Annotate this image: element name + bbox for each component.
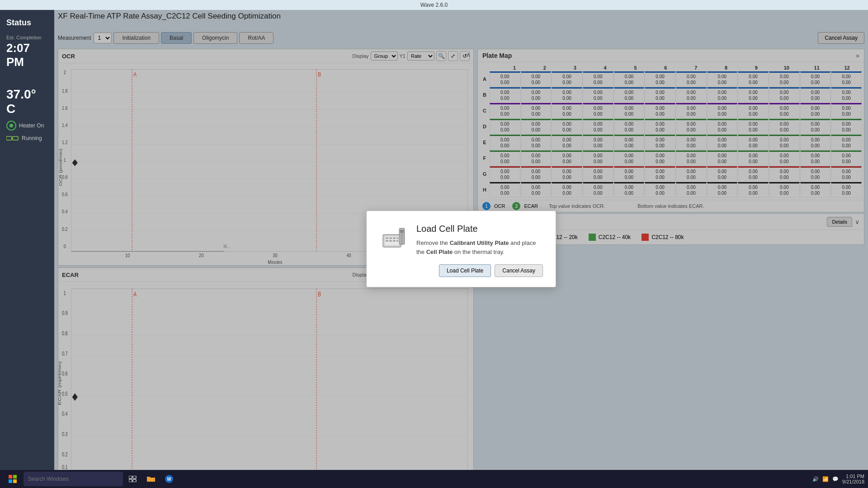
taskbar-search-input[interactable] [24, 472, 123, 486]
svg-rect-78 [389, 240, 392, 242]
modal-content: Load Cell Plate Remove the Calibrant Uti… [379, 224, 543, 256]
modal-load-cell-plate-btn[interactable]: Load Cell Plate [439, 264, 491, 277]
svg-rect-74 [389, 237, 392, 239]
taskbar-right-area: 🔊 📶 💬 1:01 PM 9/21/2018 [812, 474, 864, 484]
app-version: Wave 2.6.0 [420, 2, 448, 8]
svg-rect-85 [13, 475, 17, 479]
modal-text-area: Load Cell Plate Remove the Calibrant Uti… [416, 224, 543, 256]
taskbar: W 🔊 📶 💬 1:01 PM 9/21/2018 [0, 470, 868, 488]
taskbar-time-display: 1:01 PM 9/21/2018 [842, 474, 864, 484]
start-button[interactable] [4, 470, 22, 488]
task-view-btn[interactable] [125, 471, 141, 487]
sidebar: Status Est. Completion 2:07 PM 37.0° C H… [0, 10, 54, 488]
modal-icon [379, 224, 408, 254]
est-completion-label: Est. Completion [0, 29, 54, 41]
running-label: Running [22, 135, 42, 141]
svg-rect-76 [396, 237, 398, 239]
svg-rect-91 [133, 479, 136, 482]
taskbar-notification-icon[interactable]: 💬 [832, 476, 839, 482]
svg-text:W: W [167, 477, 171, 482]
taskbar-volume-icon[interactable]: 🔊 [812, 476, 819, 482]
modal-body: Remove the Calibrant Utility Plate and p… [416, 239, 543, 256]
running-icon [6, 135, 19, 141]
modal-body-part1: Remove the [416, 239, 450, 246]
heater-status-row: Heater On [0, 118, 54, 133]
svg-point-0 [9, 124, 13, 127]
heater-icon [6, 121, 16, 131]
modal-title: Load Cell Plate [416, 224, 543, 234]
temperature-value: 37.0° C [0, 74, 54, 118]
modal-dialog: Load Cell Plate Remove the Calibrant Uti… [366, 211, 556, 287]
modal-overlay: Load Cell Plate Remove the Calibrant Uti… [54, 10, 868, 488]
svg-rect-73 [386, 237, 388, 239]
taskbar-network-icon[interactable]: 📶 [822, 476, 829, 482]
svg-rect-77 [386, 240, 388, 242]
status-heading: Status [0, 14, 54, 29]
svg-rect-2 [13, 136, 18, 140]
app-taskbar-btn[interactable]: W [161, 471, 177, 487]
svg-rect-84 [9, 475, 12, 479]
svg-rect-82 [400, 230, 404, 233]
heater-label: Heater On [19, 122, 44, 129]
svg-rect-88 [129, 476, 132, 479]
svg-rect-80 [396, 240, 398, 242]
modal-calibrant-text: Calibrant Utility Plate [450, 239, 509, 246]
svg-rect-79 [393, 240, 396, 242]
svg-rect-90 [129, 479, 132, 482]
modal-buttons: Load Cell Plate Cancel Assay [379, 264, 543, 277]
svg-rect-86 [9, 479, 12, 483]
svg-rect-87 [13, 479, 17, 483]
main-content: XF Real-Time ATP Rate Assay_C2C12 Cell S… [54, 10, 868, 488]
taskbar-time: 1:01 PM [842, 474, 864, 479]
completion-time: 2:07 PM [0, 41, 54, 74]
svg-rect-75 [393, 237, 396, 239]
file-explorer-taskbar-btn[interactable] [143, 471, 159, 487]
modal-cancel-assay-btn[interactable]: Cancel Assay [495, 264, 543, 277]
running-status-row: Running [0, 133, 54, 143]
taskbar-date: 9/21/2018 [842, 479, 864, 484]
title-bar: Wave 2.6.0 [0, 0, 868, 10]
svg-rect-1 [6, 136, 12, 140]
svg-rect-89 [133, 476, 136, 479]
modal-cell-plate-text: Cell Plate [426, 249, 453, 255]
modal-body-part3: on the thermal tray. [453, 249, 505, 255]
